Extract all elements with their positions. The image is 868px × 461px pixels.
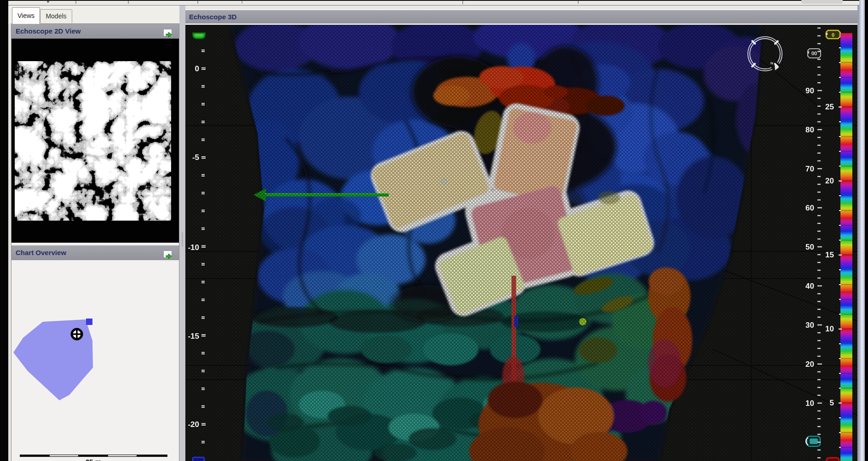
svg-text:25 m: 25 m: [86, 458, 101, 461]
svg-text:20: 20: [825, 176, 834, 185]
svg-text:-10: -10: [188, 243, 199, 252]
svg-text:20: 20: [805, 360, 814, 369]
svg-text:25: 25: [825, 102, 834, 111]
svg-text:40: 40: [805, 282, 814, 290]
svg-text:5: 5: [830, 398, 834, 407]
svg-text:0: 0: [195, 64, 199, 73]
svg-text:-5: -5: [192, 153, 199, 162]
svg-text:30: 30: [805, 321, 814, 330]
svg-text:00: 00: [811, 51, 817, 56]
svg-text:90: 90: [805, 86, 814, 95]
svg-text:10: 10: [805, 399, 814, 408]
svg-text:0: 0: [832, 32, 834, 38]
svg-text:-15: -15: [188, 332, 199, 341]
svg-text:50: 50: [805, 243, 814, 251]
svg-text:N: N: [770, 61, 773, 65]
svg-text:70: 70: [805, 165, 814, 173]
svg-text:15: 15: [825, 250, 834, 259]
svg-text:60: 60: [805, 204, 814, 212]
svg-text:80: 80: [805, 125, 814, 134]
svg-text:10: 10: [825, 324, 834, 333]
svg-text:-20: -20: [188, 420, 199, 429]
